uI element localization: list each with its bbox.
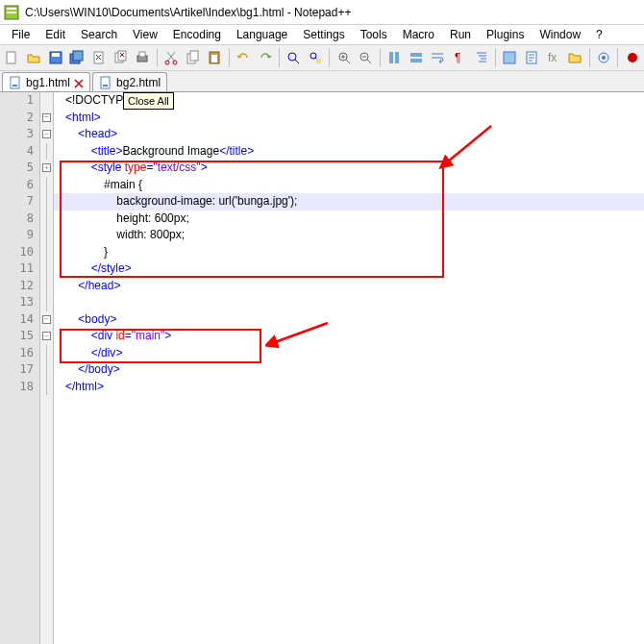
open-file-icon[interactable] bbox=[24, 47, 44, 68]
folder-icon[interactable] bbox=[565, 47, 585, 68]
fold-line bbox=[40, 193, 53, 211]
menu-edit[interactable]: Edit bbox=[37, 26, 73, 43]
new-file-icon[interactable] bbox=[2, 47, 22, 68]
fold-toggle[interactable]: − bbox=[40, 126, 53, 143]
fold-gutter: − − + − − bbox=[40, 92, 54, 644]
fold-line bbox=[40, 278, 53, 295]
fold-toggle[interactable]: − bbox=[40, 328, 53, 345]
toolbar-separator bbox=[617, 48, 618, 67]
svg-text:¶: ¶ bbox=[455, 51, 460, 64]
undo-icon[interactable] bbox=[234, 47, 254, 68]
record-icon[interactable] bbox=[622, 47, 642, 68]
line-number-gutter: 1 2 3 4 5 6 7 8 9 10 11 12 13 14 15 16 1… bbox=[0, 92, 40, 644]
svg-text:fx: fx bbox=[548, 51, 557, 64]
line-number: 7 bbox=[0, 193, 39, 211]
line-number: 3 bbox=[0, 126, 39, 143]
fold-line bbox=[40, 177, 53, 194]
redo-icon[interactable] bbox=[255, 47, 275, 68]
line-number: 17 bbox=[0, 361, 39, 379]
tab-bg2[interactable]: bg2.html bbox=[92, 72, 167, 91]
code-line: <head> bbox=[54, 126, 644, 143]
svg-rect-21 bbox=[316, 59, 321, 63]
code-line: </body> bbox=[54, 361, 644, 379]
indent-guide-icon[interactable] bbox=[471, 47, 491, 68]
copy-icon[interactable] bbox=[183, 47, 203, 68]
code-area[interactable]: <!DOCTYPE html> <html> <head> <title>Bac… bbox=[54, 92, 644, 644]
tab-label: bg2.html bbox=[116, 76, 161, 89]
toolbar-separator bbox=[380, 48, 381, 67]
monitor-icon[interactable] bbox=[594, 47, 614, 68]
svg-rect-1 bbox=[7, 8, 16, 10]
toolbar-separator bbox=[279, 48, 280, 67]
fold-line bbox=[40, 211, 53, 228]
cut-icon[interactable] bbox=[161, 47, 182, 68]
sync-h-icon[interactable] bbox=[406, 47, 426, 68]
code-line: </style> bbox=[54, 260, 644, 278]
fold-toggle[interactable]: + bbox=[40, 160, 53, 177]
show-chars-icon[interactable]: ¶ bbox=[450, 47, 470, 68]
line-number: 15 bbox=[0, 328, 39, 345]
fold-line bbox=[40, 345, 53, 362]
menu-settings[interactable]: Settings bbox=[295, 26, 352, 43]
svg-rect-38 bbox=[103, 85, 108, 87]
menu-encoding[interactable]: Encoding bbox=[165, 26, 229, 43]
svg-rect-7 bbox=[73, 51, 83, 61]
menu-view[interactable]: View bbox=[125, 26, 165, 43]
func-list-icon[interactable]: fx bbox=[543, 47, 563, 68]
paste-icon[interactable] bbox=[205, 47, 225, 68]
close-all-icon[interactable] bbox=[111, 47, 131, 68]
code-line: </html> bbox=[54, 379, 644, 396]
lang-icon[interactable] bbox=[500, 47, 520, 68]
replace-icon[interactable] bbox=[306, 47, 326, 68]
tab-bg1[interactable]: bg1.html bbox=[2, 72, 90, 91]
code-line: <title>Background Image</title> bbox=[54, 143, 644, 161]
print-icon[interactable] bbox=[133, 47, 153, 68]
line-number: 6 bbox=[0, 177, 39, 194]
find-icon[interactable] bbox=[284, 47, 304, 68]
wrap-icon[interactable] bbox=[428, 47, 448, 68]
menu-plugins[interactable]: Plugins bbox=[479, 26, 532, 43]
fold-toggle[interactable]: − bbox=[40, 110, 53, 127]
menu-run[interactable]: Run bbox=[442, 26, 479, 43]
zoom-in-icon[interactable] bbox=[334, 47, 354, 68]
code-line: </div> bbox=[54, 345, 644, 362]
menu-window[interactable]: Window bbox=[532, 26, 588, 43]
svg-rect-25 bbox=[395, 52, 399, 63]
menu-help[interactable]: ? bbox=[588, 26, 610, 43]
file-icon bbox=[9, 76, 22, 89]
code-line: #main { bbox=[54, 177, 644, 194]
line-number: 9 bbox=[0, 227, 39, 244]
fold-toggle[interactable]: − bbox=[40, 311, 53, 329]
svg-rect-3 bbox=[7, 52, 15, 63]
svg-rect-18 bbox=[211, 55, 217, 62]
fold-line bbox=[40, 244, 53, 261]
fold-line bbox=[40, 227, 53, 244]
close-icon[interactable] bbox=[89, 47, 110, 68]
svg-rect-12 bbox=[139, 52, 145, 57]
zoom-out-icon[interactable] bbox=[356, 47, 376, 68]
line-number: 16 bbox=[0, 345, 39, 362]
save-icon[interactable] bbox=[45, 47, 65, 68]
menu-search[interactable]: Search bbox=[73, 26, 125, 43]
fold-line bbox=[40, 260, 53, 278]
fold-spacer bbox=[40, 92, 53, 110]
menu-language[interactable]: Language bbox=[229, 26, 295, 43]
svg-rect-29 bbox=[504, 52, 515, 63]
menu-tools[interactable]: Tools bbox=[353, 26, 395, 43]
tab-close-icon[interactable] bbox=[74, 78, 84, 87]
save-all-icon[interactable] bbox=[67, 47, 87, 68]
fold-line bbox=[40, 143, 53, 161]
menu-macro[interactable]: Macro bbox=[395, 26, 442, 43]
line-number: 11 bbox=[0, 260, 39, 278]
doc-map-icon[interactable] bbox=[522, 47, 542, 68]
code-line bbox=[54, 294, 644, 311]
line-number: 8 bbox=[0, 211, 39, 228]
sync-v-icon[interactable] bbox=[384, 47, 405, 68]
line-number: 12 bbox=[0, 278, 39, 295]
menu-file[interactable]: File bbox=[4, 26, 37, 43]
toolbar-separator bbox=[157, 48, 158, 67]
svg-rect-37 bbox=[101, 77, 110, 88]
code-line: background-image: url('bunga.jpg'); bbox=[54, 193, 644, 211]
svg-rect-16 bbox=[190, 51, 198, 61]
line-number: 13 bbox=[0, 294, 39, 311]
